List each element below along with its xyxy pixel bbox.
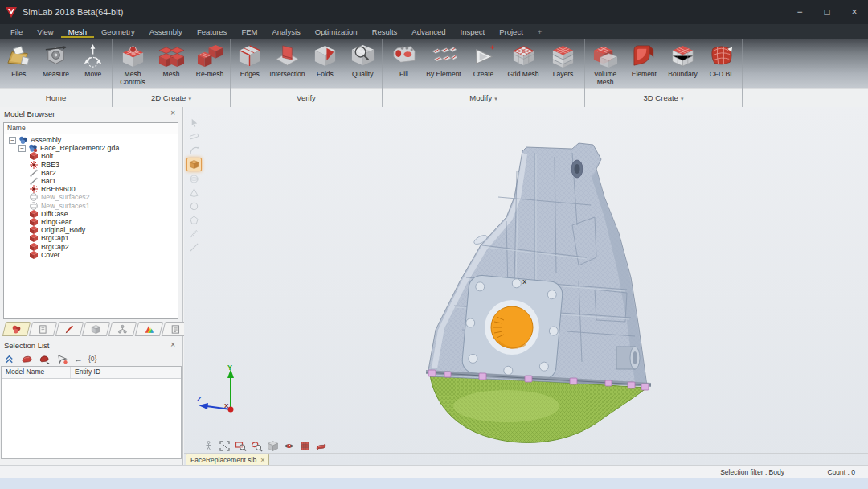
selection-list-close-icon[interactable]: × [170,340,175,349]
panel-tab-notes[interactable] [29,322,57,336]
maximize-button[interactable]: □ [813,0,841,24]
pick-button[interactable] [56,354,68,364]
element-icon [631,41,657,70]
volume-mesh-button[interactable]: Volume Mesh [587,41,624,86]
measure-button[interactable]: Measure [38,41,75,79]
menu-inspect[interactable]: Inspect [453,26,493,37]
ribbon-group-modify: FillBy ElementCreateGrid MeshLayersModif… [383,39,585,107]
view-tool-fit[interactable] [218,440,231,452]
cfd-bl-icon [708,41,735,70]
tree-item-label: BrgCap2 [41,243,69,251]
files-button[interactable]: Files [0,41,37,79]
menu-project[interactable]: Project [492,26,530,37]
mesh-button[interactable]: Mesh [153,41,190,79]
viewport-tool-cursor[interactable] [187,117,201,129]
model-browser-header: Model Browser × [0,107,182,121]
left-panel: Model Browser × Name −Assembly−Face_Repl… [0,107,183,465]
viewport-3d[interactable]: x Y Z X FaceReplacement.slb × [184,107,868,465]
view-tool-zoom-rect[interactable] [234,440,247,452]
close-button[interactable]: × [841,0,868,24]
menu-fem[interactable]: FEM [234,26,264,37]
view-tool-eye[interactable] [282,440,295,452]
tree-item-label: Bolt [41,152,53,160]
edges-button[interactable]: Edges [231,41,268,79]
menu-mesh[interactable]: Mesh [61,26,94,38]
view-tool-cube[interactable] [266,440,279,452]
view-tool-layers2[interactable] [298,440,311,452]
panel-tab-solids[interactable] [82,322,110,336]
viewport-tool-ruler[interactable] [187,130,201,142]
element-button[interactable]: Element [625,41,662,79]
viewport-tool-line[interactable] [187,241,201,253]
back-button[interactable]: ← [74,354,83,364]
intersection-button[interactable]: Intersection [269,41,306,79]
viewport-tool-circle[interactable] [187,200,201,212]
create-button[interactable]: Create [465,41,502,79]
panel-tab-colors[interactable] [135,322,163,336]
menu-advanced[interactable]: Advanced [404,26,452,37]
view-tool-walk[interactable] [202,440,215,452]
viewport-tool-poly[interactable] [187,214,201,226]
tree-column-header[interactable]: Name [4,123,178,134]
minimize-button[interactable]: − [786,0,813,24]
ribbon-tab-3d-create[interactable]: 3D Create▾ [585,88,742,107]
axis-x-label: X [224,402,229,409]
mesh-controls-button[interactable]: Mesh Controls [114,41,151,86]
ribbon-tab-2d-create[interactable]: 2D Create▾ [113,88,230,107]
by-element-button[interactable]: By Element [425,41,462,79]
panel-tab-annotate[interactable] [55,322,84,336]
panel-tab-hierarchy[interactable] [108,322,137,336]
column-model-name[interactable]: Model Name [2,367,71,378]
folds-button[interactable]: Folds [306,41,343,79]
quality-button[interactable]: Quality [344,41,381,79]
window-title: SimLab 2018 Beta(64-bit) [23,7,123,17]
viewport-tool-pen[interactable] [187,228,201,240]
boundary-label: Boundary [668,71,697,79]
view-tool-mesh-flag[interactable] [314,440,327,452]
remove-body-button[interactable] [39,354,51,364]
menu-assembly[interactable]: Assembly [142,26,190,37]
viewport-tool-curve[interactable] [187,144,201,156]
boundary-button[interactable]: Boundary [665,41,702,79]
menu-optimization[interactable]: Optimization [308,26,365,37]
menu-results[interactable]: Results [365,26,405,37]
model-3d[interactable]: x [386,121,675,454]
chevron-down-icon: ▾ [188,96,191,101]
tree-item-cover[interactable]: Cover [4,251,178,259]
viewport-tool-box[interactable] [186,158,202,171]
panel-tab-bodies[interactable] [2,322,31,336]
viewport-tool-sphere[interactable] [187,173,201,185]
files-label: Files [11,71,26,79]
tree-item-label: Face_Replacement2.gda [40,144,119,152]
model-browser-close-icon[interactable]: × [170,109,175,117]
move-button[interactable]: Move [75,41,112,79]
add-body-button[interactable] [21,354,33,364]
menu-features[interactable]: Features [190,26,235,37]
column-entity-id[interactable]: Entity ID [71,367,181,378]
view-tool-zoom-lasso[interactable] [250,440,263,452]
tree-item-label: Bar1 [41,177,56,185]
ribbon-tab-home[interactable]: Home [0,88,112,107]
document-tab-close-icon[interactable]: × [260,456,264,464]
grid-mesh-button[interactable]: Grid Mesh [505,41,542,79]
menu-geometry[interactable]: Geometry [94,26,142,37]
menu-file[interactable]: File [3,26,30,37]
tree-expander-icon[interactable]: − [9,137,16,144]
ribbon-tab-verify[interactable]: Verify [231,88,382,107]
tree-item-label: BrgCap1 [41,234,69,242]
tree-expander-icon[interactable]: − [18,145,26,152]
viewport-tool-cone[interactable] [187,187,201,199]
collapse-button[interactable] [3,354,15,364]
quality-label: Quality [352,71,373,79]
fill-button[interactable]: Fill [386,41,423,79]
ribbon: FilesMeasureMoveHomeMesh ControlsMeshRe-… [0,39,868,107]
boundary-icon [669,41,696,70]
menu-view[interactable]: View [30,26,60,37]
re-mesh-button[interactable]: Re-mesh [191,41,228,79]
menu-analysis[interactable]: Analysis [264,26,307,37]
layers-button[interactable]: Layers [545,41,582,79]
cfd-bl-button[interactable]: CFD BL [703,41,740,79]
ribbon-tab-modify[interactable]: Modify▾ [383,88,584,107]
document-tab[interactable]: FaceReplacement.slb × [186,454,269,465]
menu-plus[interactable]: + [530,26,550,37]
